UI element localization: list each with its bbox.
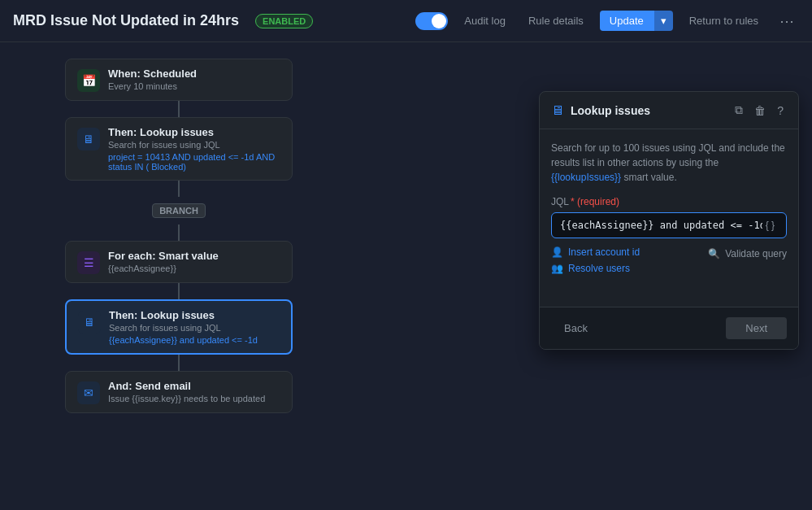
panel-description: Search for up to 100 issues using JQL an… [551,141,787,185]
back-button[interactable]: Back [551,317,601,339]
jql-input-container: { } [551,212,787,238]
jql-required: * (required) [571,196,619,207]
panel-body: Search for up to 100 issues using JQL an… [540,129,798,307]
insert-account-id-link[interactable]: 👤 Insert account id [551,246,640,258]
rule-details-button[interactable]: Rule details [522,11,590,30]
panel-header-icon: 🖥 [551,103,564,118]
connector-2 [178,181,180,197]
branch-badge: BRANCH [152,203,206,218]
return-to-rules-button[interactable]: Return to rules [683,11,765,30]
rule-toggle[interactable] [415,12,448,30]
jql-input[interactable] [560,220,762,231]
panel-header: 🖥 Lookup issues ⧉ 🗑 ? [540,92,798,129]
lookup-issues-content-2: Then: Lookup issues Search for issues us… [109,309,280,345]
list-icon: ☰ [77,251,100,274]
lookup-title-1: Then: Lookup issues [108,126,280,138]
for-each-content: For each: Smart value {{eachAssignee}} [108,250,280,273]
connector-3 [178,224,180,241]
panel-title: Lookup issues [571,104,725,117]
description-text-1: Search for up to 100 issues using JQL an… [551,142,785,168]
resolve-users-link[interactable]: 👥 Resolve users [551,263,640,274]
description-highlight: {{lookupIssues}} [551,172,621,183]
next-button[interactable]: Next [726,317,787,339]
header: MRD Issue Not Updated in 24hrs ENABLED A… [0,0,812,42]
send-email-title: And: Send email [108,380,280,392]
for-each-title: For each: Smart value [108,250,280,262]
lookup-icon-1: 🖥 [77,128,100,150]
update-button-group: Update ▾ [600,11,673,31]
update-caret-button[interactable]: ▾ [654,11,673,31]
lookup-issues-node-2[interactable]: 🖥 Then: Lookup issues Search for issues … [65,299,293,355]
jql-code-button[interactable]: { } [762,220,778,231]
connector-1 [178,101,180,117]
description-text-2: smart value. [621,172,677,183]
when-scheduled-subtitle: Every 10 minutes [108,81,280,91]
when-scheduled-title: When: Scheduled [108,68,280,80]
lookup-subtitle-1: Search for issues using JQL [108,140,280,150]
connector-5 [178,355,180,371]
flow-container: 📅 When: Scheduled Every 10 minutes 🖥 The… [65,59,293,413]
calendar-icon: 📅 [77,69,100,92]
validate-query-text: Validate query [725,248,787,259]
jql-label-text: JQL [551,196,569,207]
users-icon: 👥 [551,263,563,274]
more-options-button[interactable]: ⋯ [775,9,799,33]
lookup-issues-node-1[interactable]: 🖥 Then: Lookup issues Search for issues … [65,117,293,181]
panel-footer: Back Next [540,307,798,349]
page-title: MRD Issue Not Updated in 24hrs [13,12,239,29]
jql-label: JQL* (required) [551,196,787,207]
send-email-content: And: Send email Issue {{issue.key}} need… [108,380,280,403]
panel-links: 👤 Insert account id 👥 Resolve users [551,246,640,274]
main-content: 📅 When: Scheduled Every 10 minutes 🖥 The… [0,42,812,510]
when-scheduled-node[interactable]: 📅 When: Scheduled Every 10 minutes [65,59,293,101]
search-icon: 🔍 [708,248,720,259]
lookup-title-2: Then: Lookup issues [109,309,280,321]
help-panel-button[interactable]: ? [774,102,787,119]
resolve-users-text: Resolve users [568,263,630,274]
lookup-icon-2: 🖥 [78,311,101,333]
update-button[interactable]: Update [600,11,654,31]
for-each-subtitle: {{eachAssignee}} [108,264,280,273]
insert-account-id-text: Insert account id [568,246,640,258]
validate-query-link[interactable]: 🔍 Validate query [708,248,787,259]
lookup-panel: 🖥 Lookup issues ⧉ 🗑 ? Search for up to 1… [539,91,799,350]
for-each-node[interactable]: ☰ For each: Smart value {{eachAssignee}} [65,241,293,283]
account-icon: 👤 [551,246,563,258]
delete-panel-button[interactable]: 🗑 [751,102,769,119]
lookup-detail-1: project = 10413 AND updated <= -1d AND s… [108,152,280,172]
lookup-issues-content-1: Then: Lookup issues Search for issues us… [108,126,280,172]
enabled-badge: ENABLED [255,14,313,28]
lookup-subtitle-2: Search for issues using JQL [109,323,280,333]
when-scheduled-content: When: Scheduled Every 10 minutes [108,68,280,91]
send-email-subtitle: Issue {{issue.key}} needs to be updated [108,394,280,403]
connector-4 [178,283,180,299]
send-email-node[interactable]: ✉ And: Send email Issue {{issue.key}} ne… [65,371,293,413]
email-icon: ✉ [77,381,100,404]
audit-log-button[interactable]: Audit log [458,11,512,30]
panel-actions: ⧉ 🗑 ? [732,102,787,119]
lookup-detail-2: {{eachAssignee}} and updated <= -1d [109,335,280,345]
copy-panel-button[interactable]: ⧉ [732,102,746,119]
